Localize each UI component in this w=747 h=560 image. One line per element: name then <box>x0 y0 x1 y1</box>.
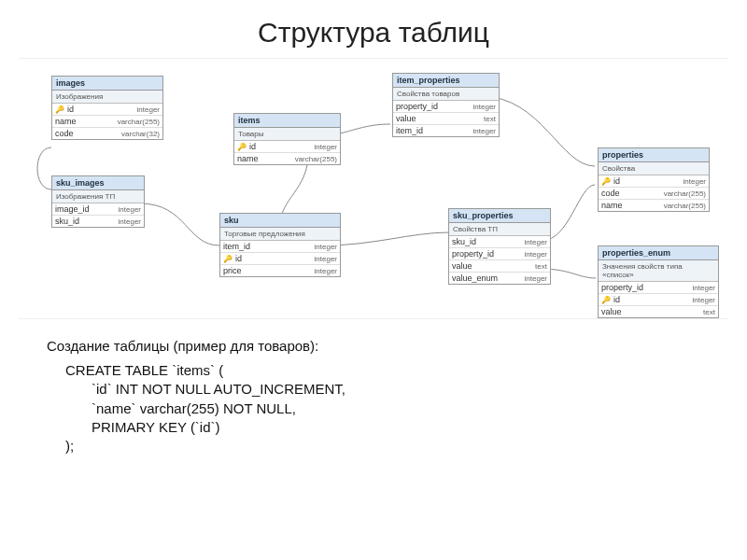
page-title: Структура таблиц <box>0 0 747 58</box>
table-row: codevarchar(255) <box>599 188 709 200</box>
table-row: 🔑idinteger <box>220 253 340 265</box>
table-row: item_idinteger <box>393 125 499 136</box>
table-sub: Изображения <box>52 91 162 104</box>
table-row: sku_idinteger <box>52 216 144 227</box>
sql-caption: Создание таблицы (пример для товаров): <box>47 338 747 354</box>
table-images: images Изображения 🔑idinteger namevarcha… <box>51 76 163 140</box>
table-row: 🔑idinteger <box>52 104 162 116</box>
sql-line: ); <box>65 438 74 454</box>
table-row: 🔑idinteger <box>599 175 709 188</box>
table-row: namevarchar(255) <box>234 153 340 164</box>
table-row: valuetext <box>449 260 550 273</box>
table-head: items <box>234 114 340 128</box>
table-row: codevarchar(32) <box>52 128 162 139</box>
table-row: image_idinteger <box>52 203 144 216</box>
table-properties: properties Свойства 🔑idinteger codevarch… <box>598 147 710 212</box>
table-sub: Товары <box>234 128 340 141</box>
sql-line: `name` varchar(255) NOT NULL, <box>92 399 747 418</box>
table-sub: Свойства ТП <box>449 223 550 236</box>
table-sub: Изображения ТП <box>52 190 144 203</box>
table-row: namevarchar(255) <box>52 116 162 128</box>
table-row: property_idinteger <box>393 101 499 113</box>
table-sub: Значения свойств типа «список» <box>599 260 718 282</box>
key-icon: 🔑 <box>55 105 64 114</box>
key-icon: 🔑 <box>601 177 611 186</box>
table-row: item_idinteger <box>220 241 340 253</box>
table-head: sku <box>220 214 340 228</box>
table-head: sku_images <box>52 176 144 190</box>
er-diagram: images Изображения 🔑idinteger namevarcha… <box>19 58 728 319</box>
table-head: properties_enum <box>599 246 718 260</box>
table-row: 🔑idinteger <box>234 141 340 153</box>
sql-line: `id` INT NOT NULL AUTO_INCREMENT, <box>92 380 747 399</box>
table-sub: Свойства товаров <box>393 88 499 101</box>
sql-line: PRIMARY KEY (`id`) <box>92 418 747 437</box>
table-row: valuetext <box>393 113 499 125</box>
table-row: property_idinteger <box>449 248 550 260</box>
sql-line: CREATE TABLE `items` ( <box>65 362 223 378</box>
key-icon: 🔑 <box>601 296 611 304</box>
table-sku: sku Торговые предложения item_idinteger … <box>219 213 341 277</box>
table-items: items Товары 🔑idinteger namevarchar(255) <box>233 113 341 165</box>
sql-block: CREATE TABLE `items` ( `id` INT NOT NULL… <box>65 361 747 455</box>
table-head: images <box>52 77 162 91</box>
table-row: valuetext <box>599 306 718 317</box>
table-row: namevarchar(255) <box>599 200 709 211</box>
table-head: sku_properties <box>449 209 550 223</box>
table-sub: Торговые предложения <box>220 228 340 241</box>
table-head: properties <box>599 148 709 162</box>
table-row: priceinteger <box>220 265 340 276</box>
key-icon: 🔑 <box>237 143 247 151</box>
table-row: value_enuminteger <box>449 273 550 284</box>
table-sub: Свойства <box>599 162 709 175</box>
table-head: item_properties <box>393 74 499 88</box>
table-row: property_idinteger <box>599 282 718 294</box>
table-sku-images: sku_images Изображения ТП image_idintege… <box>51 175 145 228</box>
table-row: sku_idinteger <box>449 236 550 248</box>
key-icon: 🔑 <box>223 255 233 263</box>
table-row: 🔑idinteger <box>599 294 718 306</box>
table-properties-enum: properties_enum Значения свойств типа «с… <box>598 245 719 318</box>
table-item-properties: item_properties Свойства товаров propert… <box>392 73 500 137</box>
table-sku-properties: sku_properties Свойства ТП sku_idinteger… <box>448 208 551 285</box>
